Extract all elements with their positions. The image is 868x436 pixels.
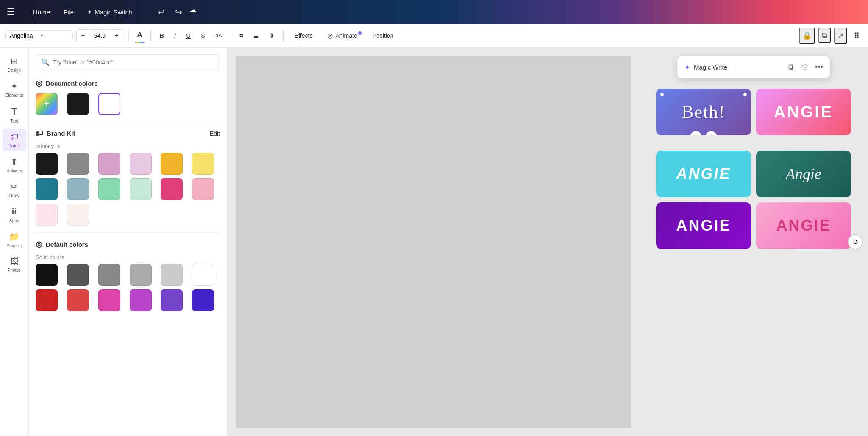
brand-swatch-1[interactable] <box>67 153 89 175</box>
text-style-card-beth[interactable]: Beth! ↺ ✛ <box>656 89 751 135</box>
text-style-card-angie-pink[interactable]: ANGIE <box>756 89 851 135</box>
position-label: Position <box>373 32 394 39</box>
lock-button[interactable]: 🔒 <box>799 28 815 44</box>
sidebar-item-design[interactable]: ⊞ Design <box>3 53 26 76</box>
document-colors-icon: ◎ <box>36 78 42 88</box>
solid-swatch-3[interactable] <box>130 264 152 286</box>
search-input[interactable] <box>53 59 214 66</box>
bold-button[interactable]: B <box>156 29 167 42</box>
brand-kit-edit-button[interactable]: Edit <box>210 130 220 137</box>
brand-swatch-13[interactable] <box>67 204 89 226</box>
redo-button[interactable]: ↪ <box>172 5 186 19</box>
text-style-card-angie-dark-teal[interactable]: Angie <box>756 151 851 197</box>
sidebar-item-text[interactable]: T Text <box>3 103 26 127</box>
animate-button[interactable]: ◎ Animate <box>322 30 363 42</box>
brand-swatch-5[interactable] <box>192 153 214 175</box>
add-color-button[interactable] <box>36 93 58 115</box>
default-colors-section-title: ◎ Default colors <box>36 240 220 249</box>
undo-button[interactable]: ↩ <box>154 5 168 19</box>
popup-copy-button[interactable]: ⧉ <box>787 61 796 73</box>
solid-swatch-1[interactable] <box>67 264 89 286</box>
sidebar-item-draw[interactable]: ✏ Draw <box>3 178 26 201</box>
color-panel: 🔍 ◎ Document colors 🏷 Brand Kit Edit pri… <box>29 48 227 436</box>
text-color-button[interactable]: A <box>134 28 146 43</box>
underline-button[interactable]: U <box>183 29 194 42</box>
font-size-increase[interactable]: + <box>110 30 122 42</box>
copy-to-clipboard-button[interactable]: ⧉ <box>818 28 831 43</box>
popup-delete-button[interactable]: 🗑 <box>800 61 811 73</box>
brand-swatch-9[interactable] <box>130 178 152 200</box>
sidebar-item-uploads[interactable]: ⬆ Uploads <box>3 153 26 176</box>
text-style-card-angie-pink-grad[interactable]: ANGIE <box>756 202 851 249</box>
primary-label: primary ★ <box>36 143 220 149</box>
solid-swatch-9[interactable] <box>130 289 152 311</box>
menu-icon[interactable]: ☰ <box>7 7 14 17</box>
text-style-card-angie-teal[interactable]: ANGIE <box>656 151 751 197</box>
share-button[interactable]: ↗ <box>834 28 847 44</box>
brand-swatch-10[interactable] <box>161 178 183 200</box>
font-size-input[interactable] <box>89 30 110 41</box>
font-size-decrease[interactable]: − <box>77 30 89 42</box>
brand-swatch-12[interactable] <box>36 204 58 226</box>
divider-section-1 <box>36 122 220 122</box>
popup-more-button[interactable]: ••• <box>815 63 823 72</box>
solid-swatch-8[interactable] <box>98 289 120 311</box>
top-nav: Home File Magic Switch <box>28 6 137 18</box>
brand-swatch-2[interactable] <box>98 153 120 175</box>
brand-swatch-7[interactable] <box>67 178 89 200</box>
brand-swatch-0[interactable] <box>36 153 58 175</box>
refresh-button[interactable]: ↺ <box>848 234 863 249</box>
solid-swatch-10[interactable] <box>161 289 183 311</box>
solid-swatch-6[interactable] <box>36 289 58 311</box>
refresh-icon: ↺ <box>853 238 858 246</box>
card-controls: ↺ ✛ <box>690 131 717 135</box>
nav-magic-switch[interactable]: Magic Switch <box>82 6 137 18</box>
brand-swatch-4[interactable] <box>161 153 183 175</box>
nav-file[interactable]: File <box>58 6 79 18</box>
brand-swatch-11[interactable] <box>192 178 214 200</box>
apps-icon: ⠿ <box>11 207 17 217</box>
list-button[interactable]: ≣ <box>250 29 262 42</box>
text-style-card-angie-purple[interactable]: ANGIE <box>656 202 751 249</box>
position-button[interactable]: Position <box>367 30 400 42</box>
divider-2 <box>150 30 151 42</box>
sidebar-item-photos[interactable]: 🖼 Photos <box>3 253 26 276</box>
sidebar-item-brand[interactable]: 🏷 Brand <box>3 129 26 151</box>
projects-icon: 📁 <box>9 232 19 242</box>
nav-home[interactable]: Home <box>28 6 55 18</box>
brand-swatch-3[interactable] <box>130 153 152 175</box>
solid-swatch-7[interactable] <box>67 289 89 311</box>
sidebar-item-projects[interactable]: 📁 Projects <box>3 228 26 252</box>
rotate-button[interactable]: ↺ <box>690 131 702 135</box>
grid-view-button[interactable]: ⠿ <box>851 28 863 43</box>
solid-swatch-4[interactable] <box>161 264 183 286</box>
sidebar-item-elements[interactable]: ✦ Elements <box>3 78 26 101</box>
effects-button[interactable]: Effects <box>289 30 319 42</box>
brand-swatch-8[interactable] <box>98 178 120 200</box>
solid-swatch-2[interactable] <box>98 264 120 286</box>
magic-write-button[interactable]: ✦ Magic Write <box>684 63 782 72</box>
font-name: Angelina <box>10 32 37 39</box>
font-size-control: − + <box>76 29 123 42</box>
solid-swatch-0[interactable] <box>36 264 58 286</box>
align-button[interactable]: ≡ <box>236 29 247 42</box>
solid-swatch-11[interactable] <box>192 289 214 311</box>
strikethrough-button[interactable]: S <box>198 29 209 42</box>
sidebar-item-apps[interactable]: ⠿ Apps <box>3 203 26 226</box>
case-button[interactable]: aA <box>212 30 225 41</box>
brand-swatch-6[interactable] <box>36 178 58 200</box>
solid-swatch-5[interactable] <box>192 264 214 286</box>
canvas-background[interactable] <box>236 56 631 428</box>
solid-swatches-row2 <box>36 289 220 311</box>
divider-4 <box>283 30 284 42</box>
card-text-angie-teal: ANGIE <box>676 165 731 183</box>
italic-button[interactable]: I <box>171 29 179 42</box>
font-selector[interactable]: Angelina ▾ <box>5 30 73 41</box>
doc-color-black[interactable] <box>67 93 89 115</box>
spacing-button[interactable]: ⇕ <box>266 29 278 42</box>
doc-color-white[interactable] <box>98 93 120 115</box>
effects-label: Effects <box>295 32 313 39</box>
cloud-save-button[interactable]: ☁ <box>189 5 197 19</box>
move-button[interactable]: ✛ <box>705 131 717 135</box>
photos-icon: 🖼 <box>10 257 19 266</box>
